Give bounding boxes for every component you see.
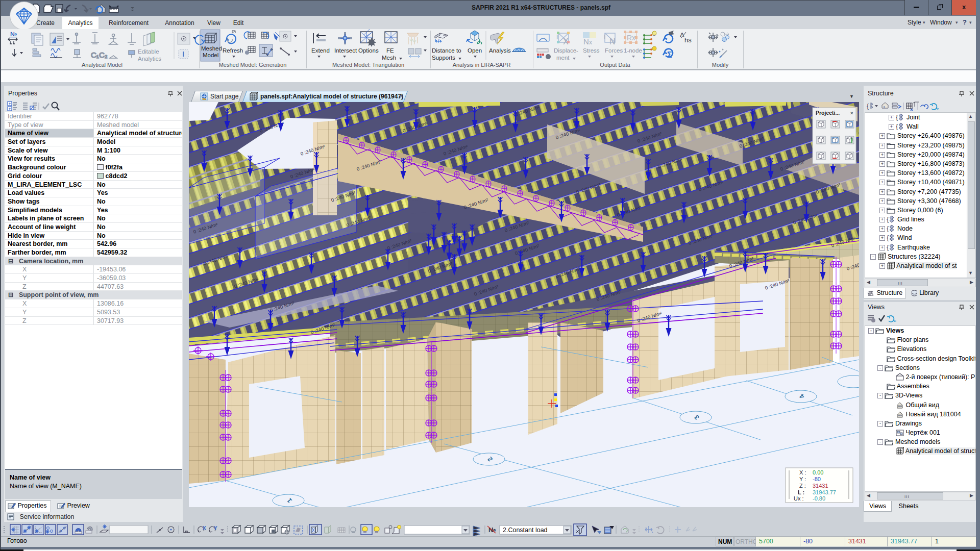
svg-text:31943.77: 31943.77 (813, 489, 836, 495)
svg-text:C₁C₂: C₁C₂ (91, 51, 108, 59)
svg-text:Analysis: Analysis (489, 47, 511, 54)
svg-text:F: F (556, 33, 560, 41)
svg-text:{: { (896, 122, 898, 130)
svg-text:{: { (896, 113, 898, 121)
svg-text:Analytics: Analytics (138, 56, 161, 62)
svg-text:{: { (887, 243, 889, 251)
svg-text:2.Constant load: 2.Constant load (503, 527, 548, 534)
svg-text:X: X (563, 37, 569, 46)
svg-text:L :: L : (798, 489, 804, 495)
svg-text:0.00: 0.00 (813, 469, 823, 475)
svg-text:X :: X : (799, 469, 806, 475)
svg-text:{: { (887, 234, 889, 241)
svg-text:Meshed: Meshed (201, 45, 222, 52)
svg-text:Open: Open (468, 47, 482, 54)
svg-text:-0.80: -0.80 (813, 495, 825, 502)
svg-text:Options: Options (358, 47, 379, 54)
svg-text:{: { (887, 224, 889, 232)
svg-text:hs: hs (684, 36, 692, 44)
svg-text:Refresh: Refresh (223, 47, 243, 54)
svg-text:1-node: 1-node (624, 47, 642, 54)
svg-text:Projecti...: Projecti... (816, 110, 840, 116)
svg-text:X: X (203, 525, 206, 531)
svg-text:31431: 31431 (813, 483, 828, 489)
svg-text:Mesh: Mesh (382, 55, 396, 61)
svg-text:✕: ✕ (850, 111, 854, 116)
svg-text:-80: -80 (813, 476, 821, 482)
svg-text:Model: Model (203, 52, 218, 58)
svg-text:Σ: Σ (667, 51, 672, 59)
svg-text:Rx: Rx (627, 34, 635, 42)
svg-text:Supports: Supports (432, 55, 455, 61)
svg-text:Y :: Y : (799, 476, 806, 482)
svg-text:Z :: Z : (799, 483, 806, 489)
svg-text:№: № (10, 31, 17, 38)
svg-text:{: { (867, 103, 869, 110)
svg-text:Intersect: Intersect (334, 47, 357, 54)
svg-text:Editable: Editable (138, 48, 159, 55)
svg-text:FE: FE (386, 47, 394, 54)
svg-text:ment: ment (556, 55, 570, 61)
svg-text:Distance to: Distance to (432, 47, 461, 54)
svg-text:Extend: Extend (311, 47, 330, 54)
svg-text:{: { (887, 215, 889, 223)
svg-text:Stress: Stress (583, 47, 600, 54)
svg-text:Y: Y (214, 525, 217, 531)
svg-text:N: N (583, 37, 589, 46)
svg-text:Forces: Forces (605, 47, 623, 54)
svg-text:Ux :: Ux : (794, 495, 804, 502)
svg-text:F: F (604, 33, 608, 41)
svg-text:Displace-: Displace- (554, 47, 578, 54)
svg-text:N: N (609, 37, 616, 46)
svg-text:x: x (589, 39, 592, 46)
